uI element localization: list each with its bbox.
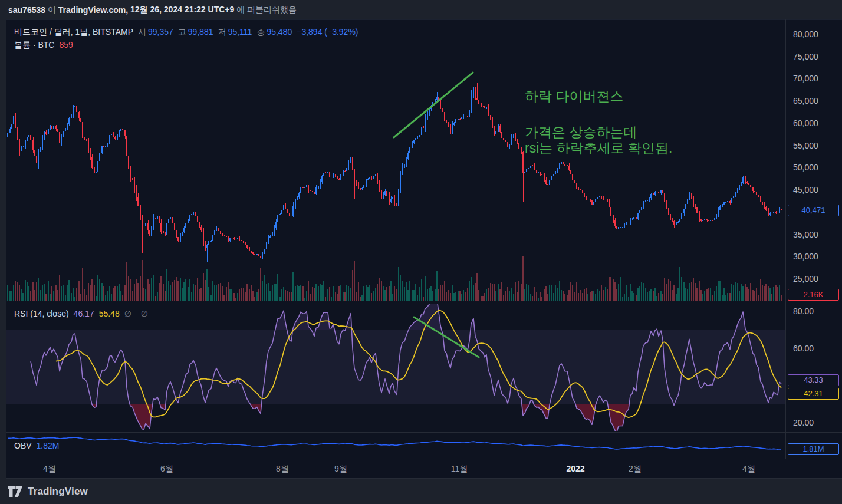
- symbol-legend[interactable]: 비트코인 / 달러, 1날, BITSTAMP 시99,357 고99,881 …: [14, 27, 358, 38]
- annotation-line: rsi는 하락추세로 확인됨.: [525, 140, 672, 156]
- rsi-legend[interactable]: RSI (14, close) 46.17 55.48 ∅ ∅: [14, 309, 152, 318]
- price-axis-label: 70,000: [793, 73, 818, 84]
- obv-legend[interactable]: OBV 1.82M: [14, 441, 60, 450]
- price-axis-label: 25,000: [793, 274, 818, 284]
- close-label: 종: [256, 27, 265, 38]
- low-label: 저: [218, 27, 226, 38]
- rsi-axis-label: 80.00: [793, 306, 814, 317]
- last-price-badge: 40,471: [788, 205, 839, 216]
- rsi-ma-value: 55.48: [99, 309, 120, 318]
- rsi-value: 46.17: [74, 309, 94, 318]
- publish-bar: sau76538 이 TradingView.com, 12월 26, 2024…: [0, 0, 842, 19]
- rsi-axis-label: 60.00: [793, 343, 814, 354]
- publish-datetime: 12월 26, 2024 21:22 UTC+9: [128, 5, 234, 15]
- low-value: 95,111: [228, 27, 252, 37]
- footer-bar: TradingView: [0, 479, 842, 504]
- volume-value: 859: [59, 40, 73, 50]
- price-axis-label: 65,000: [793, 95, 818, 106]
- chart-widget: 비트코인 / 달러, 1날, BITSTAMP 시99,357 고99,881 …: [0, 19, 842, 479]
- change-value: −3,894 (−3.92%): [297, 27, 358, 37]
- time-axis-label: 2월: [616, 463, 654, 474]
- page: { "publish_bar": { "user": "sau76538", "…: [0, 0, 842, 504]
- time-axis-label: 4월: [730, 463, 768, 474]
- tradingview-link[interactable]: TradingView.com,: [58, 5, 128, 15]
- chart-canvas[interactable]: [0, 19, 842, 479]
- rsi-ma-value-badge: 42.31: [788, 388, 839, 400]
- time-axis-label: 9월: [322, 463, 360, 474]
- price-axis-label: 50,000: [793, 162, 818, 173]
- time-axis-label: 6월: [148, 463, 186, 474]
- close-value: 95,480: [267, 27, 292, 37]
- obv-title: OBV: [14, 441, 32, 450]
- publish-text-suffix: 에 퍼블리쉬했음: [234, 5, 297, 15]
- open-value: 99,357: [148, 27, 173, 37]
- time-axis[interactable]: 4월6월8월9월11월20222월4월: [0, 459, 842, 479]
- footer-brand-text[interactable]: TradingView: [28, 486, 88, 498]
- tradingview-logo-icon[interactable]: [8, 486, 22, 498]
- publisher-username[interactable]: sau76538: [8, 5, 45, 15]
- open-label: 시: [138, 27, 146, 38]
- time-axis-label: 2022: [557, 463, 594, 474]
- volume-legend[interactable]: 볼륨 · BTC 859: [14, 40, 73, 51]
- volume-title: 볼륨 · BTC: [14, 40, 54, 51]
- obv-value-badge: 1.81M: [788, 443, 839, 455]
- price-axis-label: 80,000: [793, 29, 818, 39]
- price-axis-label: 45,000: [793, 185, 818, 195]
- time-axis-label: 4월: [31, 463, 68, 474]
- time-axis-label: 11월: [440, 463, 478, 474]
- time-axis-label: 8월: [264, 463, 301, 474]
- annotation-line: 하락 다이버젼스: [525, 88, 623, 104]
- price-axis-label: 30,000: [793, 251, 818, 262]
- price-axis-label: 75,000: [793, 51, 818, 62]
- annotation-divergence-note[interactable]: 가격은 상승하는데 rsi는 하락추세로 확인됨.: [525, 124, 672, 156]
- high-value: 99,881: [188, 27, 213, 37]
- annotation-bearish-divergence[interactable]: 하락 다이버젼스: [525, 88, 623, 104]
- publish-text-mid: 이: [45, 5, 58, 15]
- last-volume-badge: 2.16K: [788, 289, 839, 301]
- high-label: 고: [178, 27, 186, 38]
- rsi-empty-slots: ∅ ∅: [124, 309, 152, 318]
- obv-value: 1.82M: [37, 441, 60, 450]
- price-axis-label: 55,000: [793, 140, 818, 151]
- price-axis-label: 35,000: [793, 229, 818, 240]
- rsi-title: RSI (14, close): [14, 309, 69, 318]
- annotation-line: 가격은 상승하는데: [525, 124, 672, 140]
- rsi-axis-label: 20.00: [793, 417, 814, 428]
- price-axis-label: 60,000: [793, 118, 818, 129]
- rsi-value-badge: 43.33: [788, 374, 839, 386]
- symbol-title: 비트코인 / 달러, 1날, BITSTAMP: [14, 27, 133, 38]
